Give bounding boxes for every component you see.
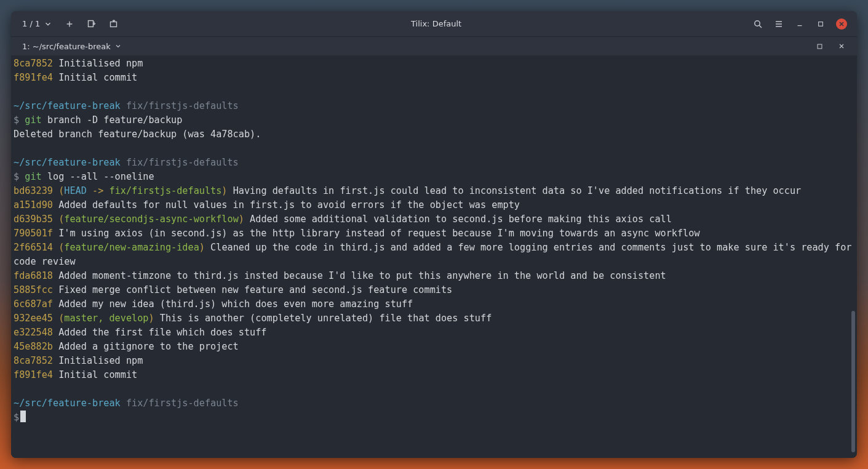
chevron-down-icon <box>114 42 122 50</box>
terminal-tab-label: 1: ~/src/feature-break <box>22 42 111 51</box>
tabbar: 1: ~/src/feature-break <box>11 37 857 55</box>
svg-rect-4 <box>818 44 822 49</box>
terminal-line <box>14 382 854 396</box>
terminal-line: fda6818 Added moment-timzone to third.js… <box>14 269 854 283</box>
terminal-right-icon <box>109 19 119 29</box>
terminal-line: a151d90 Added defaults for null values i… <box>14 198 854 212</box>
svg-point-2 <box>755 20 760 25</box>
terminal-line: ~/src/feature-break fix/firstjs-defaults <box>14 396 854 411</box>
session-counter-label: 1 / 1 <box>22 19 40 28</box>
search-button[interactable] <box>749 15 767 33</box>
tabbar-right <box>810 38 851 55</box>
terminal-line: f891fe4 Initial commit <box>14 71 854 85</box>
search-icon <box>753 19 763 29</box>
terminal-line <box>14 142 854 156</box>
titlebar: 1 / 1 Tilix: Default <box>11 11 857 37</box>
terminal-line: $ git log --all --oneline <box>14 170 854 184</box>
terminal-down-icon <box>87 19 97 29</box>
chevron-down-icon <box>44 20 52 28</box>
terminal-line: Deleted branch feature/backup (was 4a78c… <box>14 127 854 142</box>
tab-close-button[interactable] <box>832 38 851 55</box>
terminal-line: 45e882b Added a gitignore to the project <box>14 340 854 354</box>
tab-maximize-button[interactable] <box>810 38 829 55</box>
svg-rect-3 <box>819 22 823 26</box>
app-window: 1 / 1 Tilix: Default <box>11 11 857 458</box>
terminal-line: ~/src/feature-break fix/firstjs-defaults <box>14 99 854 113</box>
terminal-line: d639b35 (feature/secondjs-async-workflow… <box>14 212 854 226</box>
titlebar-right <box>749 15 851 33</box>
terminal-line: 8ca7852 Initialised npm <box>14 354 854 368</box>
terminal-line: 932ee45 (master, develop) This is anothe… <box>14 311 854 326</box>
maximize-button[interactable] <box>811 15 830 33</box>
terminal-line: ~/src/feature-break fix/firstjs-defaults <box>14 156 854 170</box>
svg-rect-1 <box>111 22 117 26</box>
add-terminal-button[interactable] <box>60 15 79 33</box>
close-button[interactable] <box>832 15 851 33</box>
close-icon <box>836 18 847 30</box>
window-title: Tilix: Default <box>124 19 749 28</box>
maximize-icon <box>816 43 823 50</box>
titlebar-left: 1 / 1 <box>17 15 124 33</box>
maximize-icon <box>817 20 824 28</box>
session-counter[interactable]: 1 / 1 <box>17 15 57 33</box>
terminal-line <box>14 85 854 99</box>
terminal-line: $ git branch -D feature/backup <box>14 113 854 127</box>
plus-icon <box>65 20 74 28</box>
terminal-line: 2f66514 (feature/new-amazing-idea) Clean… <box>14 241 854 269</box>
cursor <box>20 411 26 422</box>
terminal-line: $ <box>14 411 854 425</box>
svg-rect-0 <box>89 20 94 26</box>
terminal-line: 6c687af Added my new idea (third.js) whi… <box>14 297 854 311</box>
terminal-line: bd63239 (HEAD -> fix/firstjs-defaults) H… <box>14 184 854 198</box>
minimize-icon <box>795 20 804 28</box>
terminal-pane[interactable]: 8ca7852 Initialised npmf891fe4 Initial c… <box>11 55 857 458</box>
add-terminal-right-button[interactable] <box>104 15 124 33</box>
minimize-button[interactable] <box>790 15 809 33</box>
hamburger-icon <box>774 19 784 29</box>
terminal-line: 5885fcc Fixed merge conflict between new… <box>14 283 854 297</box>
terminal-line: e322548 Added the first file which does … <box>14 326 854 340</box>
terminal-line: 8ca7852 Initialised npm <box>14 57 854 71</box>
add-terminal-down-button[interactable] <box>82 15 102 33</box>
menu-button[interactable] <box>770 15 788 33</box>
close-icon <box>838 42 845 50</box>
terminal-line: 790501f I'm using axios (in second.js) a… <box>14 226 854 241</box>
scrollbar-thumb[interactable] <box>851 311 855 452</box>
terminal-tab[interactable]: 1: ~/src/feature-break <box>17 38 127 54</box>
scrollbar[interactable] <box>851 55 856 458</box>
terminal-line: f891fe4 Initial commit <box>14 368 854 382</box>
